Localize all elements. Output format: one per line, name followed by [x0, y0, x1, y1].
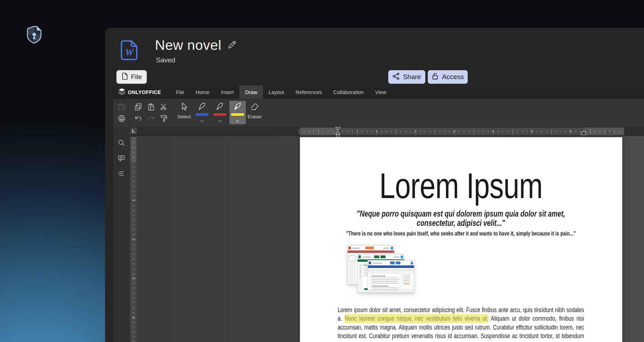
- ruler-number: 4: [131, 316, 136, 320]
- ruler-number: 4: [491, 129, 495, 134]
- yellow-highlighter-button[interactable]: [229, 101, 246, 124]
- print-button[interactable]: [116, 113, 127, 124]
- paste-button[interactable]: [146, 102, 156, 112]
- tab-view[interactable]: View: [369, 86, 392, 99]
- doc-quote-bold[interactable]: "There is no one who loves pain itself, …: [338, 230, 584, 237]
- ruler-ticks: [299, 129, 624, 134]
- pen-icon: [197, 102, 207, 113]
- blue-pen-color-bar: [196, 113, 208, 116]
- red-pen-color-bar: [213, 113, 226, 116]
- onlyoffice-brand: ONLYOFFICE: [113, 86, 170, 99]
- comments-button[interactable]: [116, 153, 127, 164]
- tab-references[interactable]: References: [290, 86, 328, 99]
- red-pen-button[interactable]: [212, 101, 228, 124]
- format-painter-button[interactable]: [159, 113, 169, 124]
- ruler-number: 1: [374, 129, 379, 134]
- toolbar-separator: [130, 102, 130, 123]
- menu-bar: ONLYOFFICE File Home Insert Draw Layout …: [113, 86, 644, 99]
- tab-insert[interactable]: Insert: [215, 86, 239, 99]
- chevron-down-icon[interactable]: [236, 117, 239, 124]
- right-indent-marker[interactable]: [581, 130, 586, 137]
- yellow-pen-color-bar: [231, 113, 244, 116]
- tab-collaboration[interactable]: Collaboration: [328, 86, 369, 99]
- ruler-number: 5: [530, 129, 534, 134]
- blue-pen-button[interactable]: [194, 101, 210, 124]
- doc-paragraph[interactable]: Lorem ipsum dolor sit amet, consectetur …: [338, 306, 584, 342]
- draw-toolbar: Select: [113, 99, 644, 127]
- tab-draw[interactable]: Draw: [239, 86, 263, 99]
- select-tool-button[interactable]: Select: [176, 101, 192, 124]
- pen-icon: [215, 102, 224, 113]
- onlyoffice-logo-icon: [118, 88, 125, 96]
- file-button-label: File: [131, 73, 142, 81]
- tab-stop-selector[interactable]: L: [130, 127, 137, 135]
- access-button-label: Access: [442, 73, 464, 81]
- ruler-number: 2: [413, 129, 417, 134]
- file-button[interactable]: File: [116, 70, 147, 84]
- navigation-headings-button[interactable]: [116, 168, 127, 179]
- search-button[interactable]: [116, 138, 127, 148]
- chevron-down-icon[interactable]: [200, 117, 204, 124]
- select-label: Select: [177, 114, 191, 119]
- doc-heading[interactable]: Lorem Ipsum: [338, 168, 584, 203]
- unlock-icon: [432, 73, 439, 82]
- ruler-number: 6: [568, 129, 573, 134]
- tab-home[interactable]: Home: [190, 86, 215, 99]
- redo-button[interactable]: [146, 113, 156, 124]
- share-icon: [393, 73, 400, 82]
- word-window-thumb: [368, 260, 414, 293]
- document-embedded-image[interactable]: [347, 245, 415, 293]
- eraser-tool-button[interactable]: Eraser: [246, 101, 263, 124]
- document-page[interactable]: Lorem Ipsum "Neque porro quisquam est qu…: [300, 137, 622, 342]
- ruler-number: 3: [131, 276, 136, 281]
- ruler-number: 1: [131, 198, 136, 202]
- copy-button[interactable]: [133, 102, 144, 112]
- access-button[interactable]: Access: [428, 70, 468, 84]
- left-panel: [113, 127, 130, 342]
- highlighted-text: Nunc laoreet congue neque, nec vestibulu…: [344, 314, 488, 323]
- file-icon: [121, 73, 128, 82]
- document-title[interactable]: New novel: [155, 37, 222, 53]
- save-button[interactable]: [116, 102, 127, 112]
- tab-layout[interactable]: Layout: [263, 86, 290, 99]
- toolbar-separator: [172, 102, 173, 123]
- privacy-shield-keyhole-icon[interactable]: [26, 26, 43, 44]
- tab-file[interactable]: File: [170, 86, 190, 99]
- eraser-icon: [250, 102, 259, 113]
- rename-pencil-icon[interactable]: [227, 40, 237, 50]
- share-button-label: Share: [403, 73, 421, 81]
- cut-button[interactable]: [159, 102, 169, 112]
- chevron-down-icon[interactable]: [218, 117, 222, 124]
- desktop: W New novel Saved File Share: [0, 0, 644, 342]
- select-cursor-icon: [180, 102, 188, 113]
- doc-letter: W: [120, 47, 138, 58]
- ruler-number: 7: [607, 129, 612, 134]
- doc-quote-italic[interactable]: "Neque porro quisquam est qui dolorem ip…: [338, 209, 584, 228]
- undo-button[interactable]: [133, 113, 144, 124]
- share-button[interactable]: Share: [388, 70, 425, 84]
- eraser-label: Eraser: [248, 114, 262, 119]
- save-status: Saved: [156, 56, 175, 64]
- default-tab-stops: [338, 135, 585, 136]
- ruler-number: 2: [131, 237, 136, 242]
- ruler-number: 3: [452, 129, 456, 134]
- pen-icon: [233, 102, 242, 113]
- brand-name: ONLYOFFICE: [128, 89, 161, 95]
